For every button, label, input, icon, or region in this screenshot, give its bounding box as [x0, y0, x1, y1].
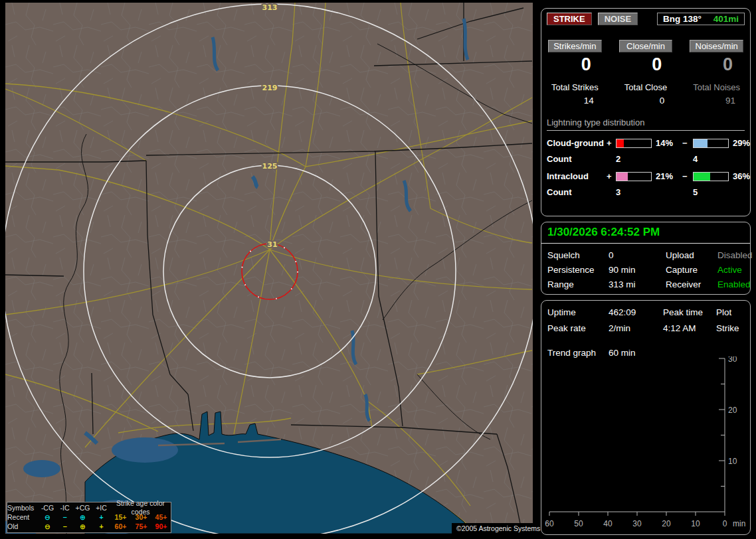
pos-cg-old-icon: ⊕ [73, 522, 92, 531]
upload-status: Disabled [717, 250, 753, 260]
trend-panel: Uptime 462:09 Peak time Plot Peak rate 2… [541, 300, 751, 535]
squelch-label: Squelch [547, 250, 609, 260]
minus-sign: − [682, 138, 693, 148]
y-tick-20: 20 [728, 406, 737, 415]
cg-plus-pct: 14% [652, 138, 682, 148]
total-close-label: Total Close [619, 82, 673, 92]
pos-ic-old-icon: + [92, 522, 110, 531]
neg-ic-old-icon: − [56, 522, 73, 531]
nexstorm-window: 313 219 125 31 Symbols -CG -IC +CG +IC S… [0, 0, 756, 539]
ic-plus-bar [616, 172, 652, 181]
strike-symbol-legend: Symbols -CG -IC +CG +IC Strike age color… [7, 502, 171, 533]
total-noises-label: Total Noises [690, 82, 743, 92]
squelch-value: 0 [609, 250, 666, 260]
x-tick-60: 60 [545, 519, 554, 528]
ic-plus-pct: 21% [652, 171, 682, 181]
legend-header-neg-ic: -IC [56, 504, 73, 512]
bearing-readout: Bng 138° 401mi [657, 13, 745, 25]
legend-header-symbols: Symbols [7, 504, 39, 512]
peak-time-value: 4:12 AM [663, 323, 716, 333]
legend-header-pos-cg: +CG [73, 504, 92, 512]
intracloud-label: Intracloud [547, 171, 607, 181]
cg-minus-bar [693, 139, 729, 148]
plot-label: Plot [716, 307, 744, 317]
cg-plus-count: 2 [616, 154, 652, 164]
ic-plus-count: 3 [616, 187, 652, 197]
persistence-label: Persistence [547, 265, 609, 275]
y-tick-10: 10 [728, 457, 737, 466]
neg-ic-recent-icon: − [56, 513, 73, 522]
legend-header-pos-ic: +IC [92, 504, 110, 512]
plus-sign: + [607, 171, 616, 181]
legend-row-recent-label: Recent [7, 513, 39, 522]
status-panel: 1/30/2026 6:24:52 PM Squelch 0 Upload Di… [541, 222, 751, 295]
age-15: 15+ [110, 513, 131, 522]
x-tick-30: 30 [632, 519, 642, 528]
plot-mode-value: Strike [716, 323, 744, 333]
trend-graph: 30 20 10 60 50 40 30 20 10 0 min [544, 356, 749, 533]
persistence-value: 90 min [609, 265, 666, 275]
neg-cg-old-icon: ⊖ [39, 522, 56, 531]
y-tick-30: 30 [728, 356, 737, 364]
cg-minus-pct: 29% [729, 138, 756, 148]
x-axis-unit: min [733, 519, 745, 528]
copyright-label: ©2005 Astrogenic Systems [452, 523, 545, 534]
total-close-value: 0 [619, 96, 673, 106]
capture-label: Capture [666, 265, 717, 275]
total-noises-value: 91 [690, 96, 743, 106]
x-tick-0: 0 [723, 519, 727, 528]
age-90: 90+ [151, 522, 171, 531]
upload-label: Upload [666, 250, 717, 260]
peak-rate-value: 2/min [609, 323, 663, 333]
range-value: 401mi [713, 14, 739, 24]
ic-minus-bar [693, 172, 729, 181]
cg-plus-bar [616, 139, 652, 148]
map-canvas: 313 219 125 31 [5, 3, 533, 534]
pos-cg-recent-icon: ⊕ [73, 513, 92, 522]
distribution-title: Lightning type distribution [547, 117, 745, 131]
x-tick-10: 10 [691, 519, 700, 528]
radar-map[interactable]: 313 219 125 31 Symbols -CG -IC +CG +IC S… [5, 3, 533, 534]
bearing-value: Bng 138° [663, 14, 702, 24]
legend-header-neg-cg: -CG [39, 504, 56, 512]
ic-minus-pct: 36% [729, 171, 756, 181]
pos-ic-recent-icon: + [92, 513, 110, 522]
x-tick-50: 50 [574, 519, 583, 528]
age-75: 75+ [131, 522, 151, 531]
ring-label-125: 125 [262, 162, 278, 171]
age-45: 45+ [151, 513, 171, 522]
peak-time-label: Peak time [663, 307, 716, 317]
plus-sign: + [607, 138, 616, 148]
ic-minus-count: 5 [693, 187, 729, 197]
capture-status: Active [717, 265, 753, 275]
total-strikes-label: Total Strikes [548, 82, 602, 92]
receiver-label: Receiver [666, 279, 717, 289]
minus-sign: − [682, 171, 693, 181]
strike-mode-button[interactable]: STRIKE [547, 13, 592, 25]
neg-cg-recent-icon: ⊖ [39, 513, 56, 522]
lightning-distribution-section: Lightning type distribution Cloud-ground… [541, 117, 750, 197]
receiver-status: Enabled [717, 279, 753, 289]
uptime-label: Uptime [547, 307, 609, 317]
uptime-value: 462:09 [609, 307, 663, 317]
close-per-min-value: 0 [619, 54, 673, 74]
count-label: Count [547, 187, 607, 197]
cloud-ground-label: Cloud-ground [547, 138, 607, 148]
x-tick-40: 40 [603, 519, 613, 528]
age-60: 60+ [110, 522, 131, 531]
count-label: Count [547, 154, 607, 164]
strikes-per-min-value: 0 [548, 54, 602, 74]
noise-mode-button[interactable]: NOISE [598, 13, 638, 25]
peak-rate-label: Peak rate [547, 323, 609, 333]
counters-panel: STRIKE NOISE Bng 138° 401mi Strikes/min … [541, 8, 751, 216]
legend-row-old-label: Old [7, 522, 39, 531]
ring-label-313: 313 [262, 3, 278, 12]
range-label: Range [547, 279, 609, 289]
noises-per-min-value: 0 [690, 54, 743, 74]
datetime-display: 1/30/2026 6:24:52 PM [541, 222, 750, 244]
noises-per-min-button[interactable]: Noises/min [690, 40, 743, 52]
close-per-min-button[interactable]: Close/min [619, 40, 673, 52]
range-setting-value: 313 mi [609, 279, 666, 289]
strikes-per-min-button[interactable]: Strikes/min [548, 40, 602, 52]
ring-label-31: 31 [267, 240, 277, 249]
